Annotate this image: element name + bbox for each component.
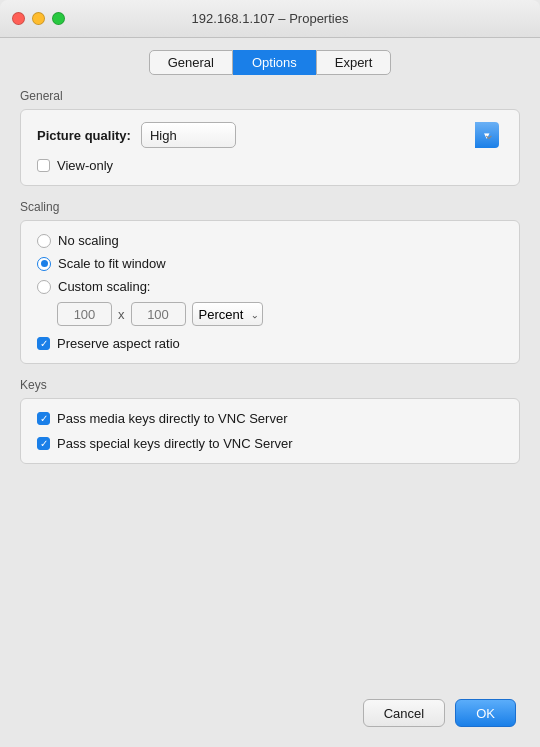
keys-section: Keys Pass media keys directly to VNC Ser… [20, 378, 520, 464]
scale-to-fit-row[interactable]: Scale to fit window [37, 256, 503, 271]
picture-quality-label: Picture quality: [37, 128, 131, 143]
pass-media-row[interactable]: Pass media keys directly to VNC Server [37, 411, 503, 426]
tab-options[interactable]: Options [233, 50, 316, 75]
cancel-button[interactable]: Cancel [363, 699, 445, 727]
ok-button[interactable]: OK [455, 699, 516, 727]
main-content: General Picture quality: High Low Medium… [20, 85, 520, 683]
close-button[interactable] [12, 12, 25, 25]
custom-scaling-inputs: x Percent Pixels [57, 302, 503, 326]
general-section-box: Picture quality: High Low Medium Very Hi… [20, 109, 520, 186]
view-only-label: View-only [57, 158, 113, 173]
pass-media-label: Pass media keys directly to VNC Server [57, 411, 287, 426]
pass-media-checkbox[interactable] [37, 412, 50, 425]
scale-to-fit-radio[interactable] [37, 257, 51, 271]
scale-x-input[interactable] [57, 302, 112, 326]
preserve-aspect-label: Preserve aspect ratio [57, 336, 180, 351]
scaling-section: Scaling No scaling Scale to fit window C… [20, 200, 520, 364]
tab-general[interactable]: General [149, 50, 233, 75]
maximize-button[interactable] [52, 12, 65, 25]
preserve-aspect-row[interactable]: Preserve aspect ratio [37, 336, 503, 351]
custom-scaling-label: Custom scaling: [58, 279, 150, 294]
picture-quality-arrow-icon: ▾ [475, 122, 499, 148]
pass-special-row[interactable]: Pass special keys directly to VNC Server [37, 436, 503, 451]
scaling-section-label: Scaling [20, 200, 520, 214]
tab-expert[interactable]: Expert [316, 50, 392, 75]
custom-scaling-row[interactable]: Custom scaling: [37, 279, 503, 294]
window-title: 192.168.1.107 – Properties [192, 11, 349, 26]
picture-quality-select-wrap: High Low Medium Very High ▾ [141, 122, 503, 148]
window-controls[interactable] [12, 12, 65, 25]
scale-to-fit-label: Scale to fit window [58, 256, 166, 271]
pass-special-checkbox[interactable] [37, 437, 50, 450]
minimize-button[interactable] [32, 12, 45, 25]
picture-quality-select[interactable]: High Low Medium Very High [141, 122, 236, 148]
pass-special-label: Pass special keys directly to VNC Server [57, 436, 293, 451]
no-scaling-radio[interactable] [37, 234, 51, 248]
view-only-checkbox[interactable] [37, 159, 50, 172]
no-scaling-row[interactable]: No scaling [37, 233, 503, 248]
custom-scaling-radio[interactable] [37, 280, 51, 294]
scaling-section-box: No scaling Scale to fit window Custom sc… [20, 220, 520, 364]
picture-quality-row: Picture quality: High Low Medium Very Hi… [37, 122, 503, 148]
scale-y-input[interactable] [131, 302, 186, 326]
scale-unit-wrap: Percent Pixels [192, 302, 263, 326]
general-section: General Picture quality: High Low Medium… [20, 89, 520, 186]
bottom-bar: Cancel OK [0, 683, 540, 747]
no-scaling-label: No scaling [58, 233, 119, 248]
keys-section-box: Pass media keys directly to VNC Server P… [20, 398, 520, 464]
scale-unit-select[interactable]: Percent Pixels [192, 302, 263, 326]
title-bar: 192.168.1.107 – Properties [0, 0, 540, 38]
scale-x-separator: x [118, 307, 125, 322]
tab-bar: General Options Expert [0, 38, 540, 85]
preserve-aspect-checkbox[interactable] [37, 337, 50, 350]
general-section-label: General [20, 89, 520, 103]
keys-section-label: Keys [20, 378, 520, 392]
view-only-row[interactable]: View-only [37, 158, 503, 173]
